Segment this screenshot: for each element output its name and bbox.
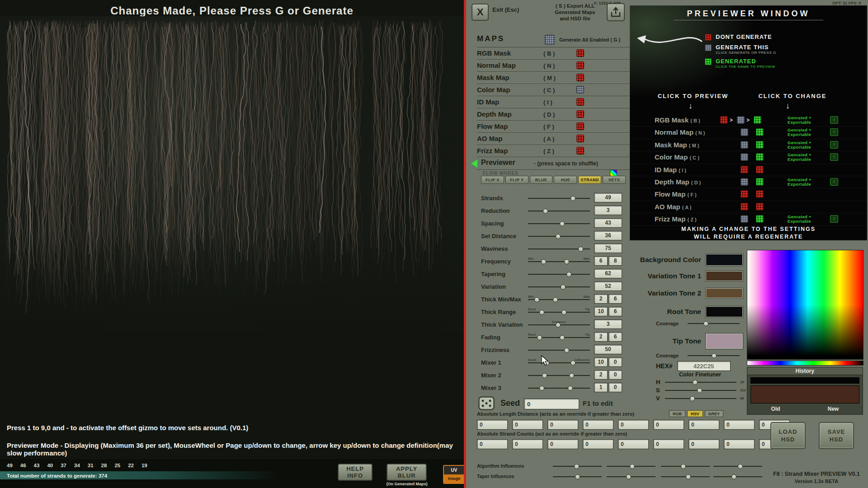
slider-value-box[interactable]: 43 <box>594 218 622 228</box>
value-slider[interactable] <box>665 398 736 399</box>
slider-handle[interactable] <box>556 234 561 239</box>
dont-generate-icon[interactable] <box>756 166 764 174</box>
length-mode-rgb[interactable]: RGB <box>669 410 685 417</box>
flow-mode-flip-y[interactable]: FLIP Y <box>505 176 528 184</box>
previewer-label[interactable]: Previewer <box>481 159 515 167</box>
override-value-input[interactable] <box>653 420 684 430</box>
influence-slider[interactable] <box>553 466 602 467</box>
history-new-swatch[interactable] <box>750 385 859 404</box>
hex-input[interactable] <box>677 361 731 371</box>
slider-track[interactable]: RootTip <box>528 337 590 338</box>
slider-handle[interactable] <box>681 464 686 469</box>
length-mode-grey[interactable]: GREY <box>705 410 724 417</box>
override-value-input[interactable] <box>618 439 649 449</box>
map-name[interactable]: Color Map <box>477 86 510 94</box>
slider-handle[interactable] <box>703 321 708 326</box>
dont-generate-icon[interactable] <box>756 203 764 211</box>
export-map-icon[interactable]: ↑ <box>830 153 838 161</box>
slider-handle[interactable] <box>542 373 547 378</box>
slider-value-box[interactable]: 0 <box>609 383 622 392</box>
slider-track[interactable] <box>528 236 590 237</box>
override-value-input[interactable] <box>618 420 649 430</box>
flow-mode-blue[interactable]: BLUE <box>530 176 553 184</box>
map-name[interactable]: AO Map ( A ) <box>655 203 691 211</box>
slider-track[interactable]: MinMax <box>528 299 590 300</box>
slider-handle[interactable] <box>556 323 561 328</box>
override-value-input[interactable] <box>653 439 684 449</box>
save-hsd-button[interactable]: SAVE HSD <box>819 422 854 449</box>
influence-slider[interactable] <box>713 476 762 477</box>
slider-track[interactable] <box>528 198 590 199</box>
flow-mode-sets[interactable]: SETS <box>603 176 626 184</box>
slider-track[interactable] <box>528 350 590 351</box>
slider-handle[interactable] <box>686 474 691 479</box>
map-name[interactable]: RGB Mask ( B ) <box>655 116 700 124</box>
influence-slider[interactable] <box>553 476 602 477</box>
slider-value-box[interactable]: 49 <box>594 193 622 202</box>
dont-generate-icon[interactable] <box>756 190 764 198</box>
slider-handle[interactable] <box>693 380 698 385</box>
override-value-input[interactable] <box>512 439 543 449</box>
slider-handle[interactable] <box>543 209 548 214</box>
influence-slider[interactable] <box>661 466 710 467</box>
export-button[interactable] <box>607 3 625 21</box>
slider-value-box[interactable]: 0 <box>609 357 622 367</box>
dont-generate-icon[interactable] <box>741 190 748 198</box>
slider-value-box[interactable]: 3 <box>594 319 622 329</box>
dont-generate-icon[interactable] <box>576 110 584 118</box>
seed-input[interactable] <box>524 399 579 409</box>
generate-this-icon[interactable] <box>741 178 748 186</box>
length-mode-hsv[interactable]: HSV <box>687 410 703 417</box>
generated-icon[interactable] <box>754 116 761 124</box>
influence-slider[interactable] <box>661 476 710 477</box>
override-value-input[interactable] <box>547 439 578 449</box>
generate-all-label[interactable]: Generate All Enabled ( G ) <box>559 37 620 42</box>
slider-handle[interactable] <box>560 221 565 226</box>
history-old-swatch[interactable] <box>750 377 859 384</box>
tip-tone-swatch[interactable] <box>706 333 743 349</box>
apply-blur-button[interactable]: APPLY BLUR <box>387 464 427 481</box>
generated-icon[interactable] <box>756 128 764 136</box>
color-picker-strip[interactable] <box>747 361 863 366</box>
slider-handle[interactable] <box>561 285 566 290</box>
slider-track[interactable] <box>528 388 590 389</box>
map-name[interactable]: ID Map <box>477 98 499 106</box>
help-info-button[interactable]: HELP INFO <box>338 464 373 481</box>
slider-value-box[interactable]: 75 <box>594 244 622 253</box>
generate-this-icon[interactable] <box>741 153 748 161</box>
generated-icon[interactable] <box>756 153 764 161</box>
slider-handle[interactable] <box>561 310 566 315</box>
map-name[interactable]: Color Map ( C ) <box>655 153 699 161</box>
close-button[interactable]: X <box>472 4 489 21</box>
slider-track[interactable] <box>528 211 590 211</box>
slider-handle[interactable] <box>568 386 573 391</box>
override-value-input[interactable] <box>547 420 578 430</box>
flow-mode-strand[interactable]: STRAND <box>578 176 601 184</box>
generated-icon[interactable] <box>756 178 764 186</box>
override-value-input[interactable] <box>689 439 719 449</box>
slider-handle[interactable] <box>553 297 558 302</box>
slider-track[interactable] <box>528 375 590 376</box>
uv-image-button[interactable]: UV image <box>443 465 465 484</box>
override-value-input[interactable] <box>724 420 755 430</box>
generated-icon[interactable] <box>756 215 764 223</box>
root-tone-swatch[interactable] <box>706 306 743 317</box>
slider-handle[interactable] <box>626 474 631 479</box>
slider-value-box[interactable]: 2 <box>594 370 608 380</box>
tip-coverage-slider[interactable] <box>688 355 740 356</box>
slider-handle[interactable] <box>571 361 576 366</box>
export-map-icon[interactable]: ↑ <box>830 128 838 136</box>
load-hsd-button[interactable]: LOAD HSD <box>770 422 806 449</box>
random-seed-dice-icon[interactable] <box>478 396 495 410</box>
saturation-slider[interactable] <box>665 390 736 391</box>
slider-track[interactable]: MinMax <box>528 261 590 262</box>
slider-track[interactable]: SeedInfluence <box>528 362 590 363</box>
slider-handle[interactable] <box>574 464 579 469</box>
slider-handle[interactable] <box>569 373 574 378</box>
slider-track[interactable] <box>528 274 590 275</box>
slider-handle[interactable] <box>712 353 717 358</box>
map-name[interactable]: AO Map <box>477 135 503 142</box>
slider-handle[interactable] <box>539 310 544 315</box>
generated-icon[interactable] <box>756 141 764 149</box>
dont-generate-icon[interactable] <box>576 74 584 81</box>
